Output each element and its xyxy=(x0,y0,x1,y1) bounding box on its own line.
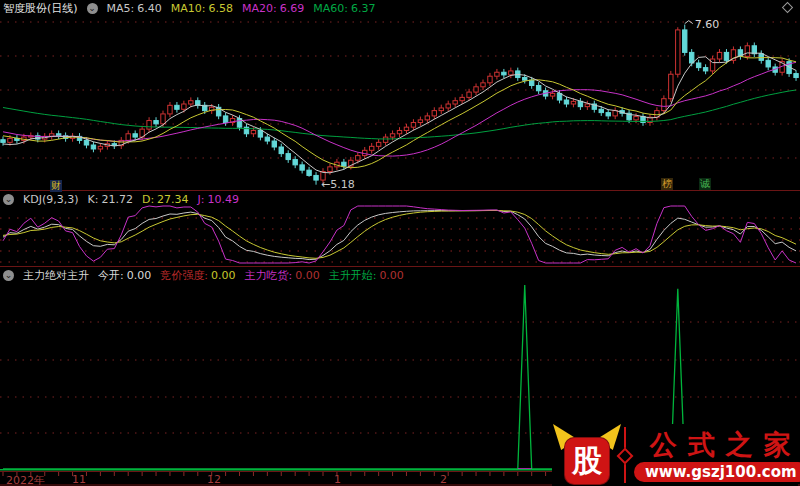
gridlines xyxy=(0,22,800,433)
kdj-j-readout: J:10.49 xyxy=(198,193,239,206)
price-annotations: 7.60←5.18 xyxy=(321,3,792,191)
bull-head-icon: 股 xyxy=(552,424,622,486)
ma10-value: 6.58 xyxy=(209,2,234,15)
k-label: K: xyxy=(88,193,99,206)
chevron-down-icon[interactable]: ⌄ xyxy=(3,270,14,281)
kdj-pane-header: ⌄ KDJ(9,3,3) K:21.72 D:27.34 J:10.49 xyxy=(0,192,239,206)
auction-strength-label: 竞价强度: xyxy=(160,269,208,282)
main-force-buy-label: 主力吃货: xyxy=(244,269,292,282)
gszj-logo[interactable]: 股 公式之家 www.gszj100.com xyxy=(552,424,798,486)
low-price-label: ←5.18 xyxy=(321,178,355,191)
watermark-stamp: 榜 xyxy=(661,178,673,190)
j-value: 10.49 xyxy=(208,193,240,206)
ma60-value: 6.37 xyxy=(351,2,376,15)
price-pane-header: 智度股份(日线) ⌄ MA5:6.40 MA10:6.58 MA20:6.69 … xyxy=(0,1,375,15)
ma20-label: MA20: xyxy=(242,2,277,15)
logo-text-block: 公式之家 www.gszj100.com xyxy=(632,428,800,483)
axis-label-month: 11 xyxy=(72,473,86,486)
rally-start-label: 主升开始: xyxy=(329,269,377,282)
today-open-label: 今开: xyxy=(98,269,124,282)
main-force-buy-value: 0.00 xyxy=(295,269,320,282)
indicator-name[interactable]: 主力绝对主升 xyxy=(23,268,89,283)
today-open-value: 0.00 xyxy=(127,269,152,282)
watermark-stamp: 财 xyxy=(50,180,62,192)
ma5-readout: MA5:6.40 xyxy=(107,2,162,15)
today-open-readout: 今开:0.00 xyxy=(98,268,151,283)
ma20-value: 6.69 xyxy=(280,2,305,15)
ma5-label: MA5: xyxy=(107,2,135,15)
auction-strength-value: 0.00 xyxy=(211,269,236,282)
ma10-label: MA10: xyxy=(171,2,206,15)
trading-app-window: 7.60←5.18 智度股份(日线) ⌄ MA5:6.40 MA10:6.58 … xyxy=(0,0,800,486)
rally-start-readout: 主升开始:0.00 xyxy=(329,268,404,283)
kdj-lines xyxy=(3,206,796,263)
axis-label-year: 2022年 xyxy=(6,473,45,486)
k-value: 21.72 xyxy=(101,193,133,206)
axis-label-month: 12 xyxy=(207,473,221,486)
candlesticks xyxy=(1,25,798,185)
chevron-down-icon[interactable]: ⌄ xyxy=(3,194,14,205)
logo-url[interactable]: www.gszj100.com xyxy=(634,462,800,482)
chart-canvas[interactable]: 7.60←5.18 xyxy=(0,0,800,486)
main-force-buy-readout: 主力吃货:0.00 xyxy=(244,268,319,283)
ma60-readout: MA60:6.37 xyxy=(313,2,375,15)
stock-seal: 股 xyxy=(565,438,609,484)
logo-divider xyxy=(624,427,626,483)
logo-title: 公式之家 xyxy=(640,429,800,461)
kdj-k-readout: K:21.72 xyxy=(88,193,133,206)
kdj-name[interactable]: KDJ(9,3,3) xyxy=(23,193,79,206)
signal-pane-header: ⌄ 主力绝对主升 今开:0.00 竞价强度:0.00 主力吃货:0.00 主升开… xyxy=(0,268,404,282)
stock-title[interactable]: 智度股份(日线) xyxy=(3,1,78,16)
rally-start-value: 0.00 xyxy=(379,269,404,282)
chevron-down-icon[interactable]: ⌄ xyxy=(87,3,98,14)
ma10-readout: MA10:6.58 xyxy=(171,2,233,15)
auction-strength-readout: 竞价强度:0.00 xyxy=(160,268,235,283)
diamond-marker-icon xyxy=(783,3,793,13)
watermark-stamp: 诚 xyxy=(699,178,711,190)
kdj-d-readout: D:27.34 xyxy=(142,193,189,206)
j-label: J: xyxy=(198,193,205,206)
axis-label-month: 2 xyxy=(440,473,447,486)
d-label: D: xyxy=(142,193,154,206)
ma5-value: 6.40 xyxy=(137,2,162,15)
ma60-label: MA60: xyxy=(313,2,348,15)
d-value: 27.34 xyxy=(157,193,189,206)
ma20-readout: MA20:6.69 xyxy=(242,2,304,15)
high-price-label: 7.60 xyxy=(695,18,720,31)
axis-label-month: 1 xyxy=(334,473,341,486)
